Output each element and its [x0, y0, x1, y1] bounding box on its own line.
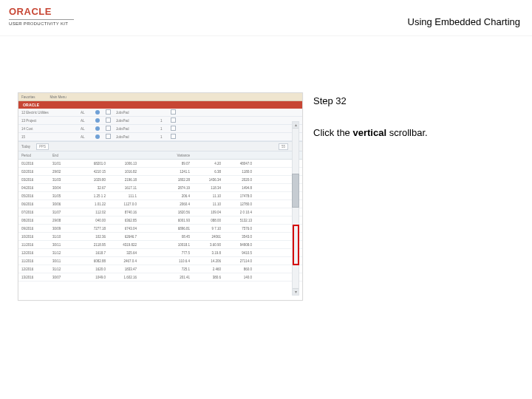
table-cell: 6896.81: [162, 227, 193, 231]
table-cell: 08/2016: [21, 219, 52, 222]
content-area: Favorites Main Menu ORACLE 12 Electric U…: [0, 36, 532, 391]
table-cell: 04/2016: [21, 186, 52, 190]
table-cell: 1617.11: [109, 186, 140, 190]
table-cell: 201.41: [162, 276, 193, 279]
table-cell: 14.206: [193, 259, 224, 263]
scroll-up-arrow-icon[interactable]: ▴: [293, 122, 299, 129]
table-cell: 380.6: [193, 276, 224, 279]
click-target-highlight: [293, 225, 299, 265]
table-row: 10/201631/10102.3662646.708.45240613543.…: [18, 233, 302, 241]
table-cell: 48047.0: [224, 162, 255, 166]
table-cell: 111.1: [109, 194, 140, 198]
instruction-suffix: scrollbar.: [386, 127, 428, 138]
rows-count-select[interactable]: 55: [279, 143, 288, 150]
table-cell: 088.00: [193, 219, 224, 222]
col-header: Variance: [162, 154, 193, 157]
table-cell: 08.45: [162, 235, 193, 239]
table-cell: 6082.88: [78, 259, 109, 263]
table-cell: 206.4: [162, 194, 193, 198]
table-row: 03/201631/031029.802196.181802.281436.34…: [18, 176, 302, 184]
table-cell: 10/2016: [21, 235, 52, 239]
checkbox-icon: [106, 134, 111, 139]
table-cell: 31/07: [52, 211, 78, 214]
table-cell: 4210 15: [78, 170, 109, 174]
col-header: Period: [21, 154, 52, 157]
table-cell: 7277.18: [78, 227, 109, 231]
info-icon: [95, 118, 100, 123]
table-cell: 31/01: [52, 162, 78, 166]
info-icon: [95, 134, 100, 139]
checkbox-icon: [106, 117, 111, 123]
detail-pad: JobsPad: [116, 135, 160, 139]
table-cell: 3543.0: [224, 235, 255, 239]
table-cell: 9 7.10: [193, 227, 224, 231]
detail-row: 15 AL JobsPad 1: [18, 133, 302, 141]
table-cell: 3.19.8: [193, 251, 224, 255]
table-cell: 6362.85: [109, 219, 140, 222]
table-cell: 4319.822: [109, 243, 140, 247]
step-number: Step 32: [313, 95, 513, 106]
table-cell: 02/2016: [21, 170, 52, 174]
detail-rows: 12 Electric Utilities AL JobsPad 13 Proj…: [18, 109, 302, 142]
table-cell: 1180.0: [224, 170, 255, 174]
detail-al: AL: [81, 119, 95, 123]
table-cell: 040.00: [78, 219, 109, 222]
brand-bar: ORACLE: [18, 101, 302, 109]
table-cell: 01/2016: [21, 162, 52, 166]
step-instruction: Click the vertical scrollbar.: [313, 127, 513, 138]
table-cell: 1802.28: [162, 178, 193, 182]
table-row: 06/201630/061.01.221127.0.02060.411.1012…: [18, 200, 302, 208]
detail-row: 14 Cost AL JobsPad 1: [18, 125, 302, 133]
detail-label: 12 Electric Utilities: [21, 111, 81, 115]
table-cell: 2.460: [193, 267, 224, 271]
instruction-prefix: Click the: [313, 127, 352, 138]
table-cell: 31/12: [52, 251, 78, 255]
logo-area: ORACLE USER PRODUCTIVITY KIT: [9, 6, 74, 26]
table-cell: 07/2016: [21, 211, 52, 214]
info-icon: [95, 126, 100, 131]
table-cell: 12/2016: [21, 251, 52, 255]
table-cell: 32.67: [78, 186, 109, 190]
table-cell: 1.25 1 2: [78, 194, 109, 198]
table-cell: 30/06: [52, 202, 78, 206]
table-cell: 10018.1: [162, 243, 193, 247]
table-cell: 24061: [193, 235, 224, 239]
detail-pad: JobsPad: [116, 111, 160, 115]
menu-item: Favorites: [21, 95, 35, 99]
checkbox-icon: [171, 134, 176, 139]
table-cell: 2196.18: [109, 178, 140, 182]
detail-val: 1: [160, 135, 171, 139]
header-bar: ORACLE USER PRODUCTIVITY KIT Using Embed…: [0, 0, 532, 36]
table-cell: 1833.47: [109, 267, 140, 271]
detail-val: 1: [160, 127, 171, 131]
table-row: 04/201630/0432.671617.112874.19118.34149…: [18, 184, 302, 192]
table-row: 05/201631/051.25 1 2111.1206.411.1017478…: [18, 192, 302, 200]
detail-al: AL: [81, 135, 95, 139]
table-row: 13/201630/071049.01.602.16201.41380.6140…: [18, 273, 302, 282]
detail-al: AL: [81, 111, 95, 115]
filter-label: Today: [21, 145, 30, 149]
scroll-down-arrow-icon[interactable]: ▾: [293, 288, 299, 295]
vertical-scrollbar[interactable]: ▴ ▾: [292, 121, 299, 296]
brand-text: ORACLE: [23, 103, 39, 107]
table-cell: 17478.0: [224, 194, 255, 198]
filter-select[interactable]: PPS: [36, 143, 49, 150]
upk-label: USER PRODUCTIVITY KIT: [9, 19, 74, 26]
table-cell: 777.5: [162, 251, 193, 255]
menu-item: Main Menu: [50, 95, 66, 99]
table-cell: 12/2016: [21, 267, 52, 271]
scroll-thumb[interactable]: [292, 174, 299, 208]
table-cell: 109.04: [193, 211, 224, 214]
table-cell: 11.10: [193, 194, 224, 198]
table-cell: 860.0: [224, 267, 255, 271]
table-row: 12/201631/121620.01833.47725.12.460860.0: [18, 265, 302, 273]
instruction-bold: vertical: [352, 127, 386, 138]
detail-label: 13 Project: [21, 119, 81, 123]
table-cell: 2874.19: [162, 186, 193, 190]
table-cell: 03/2016: [21, 178, 52, 182]
detail-val: 1: [160, 119, 171, 123]
table-cell: 118.34: [193, 186, 224, 190]
table-cell: 325.64: [109, 251, 140, 255]
table-row: 02/201629/024210 151016.821241.16.381180…: [18, 168, 302, 176]
table-cell: 68201.0: [78, 162, 109, 166]
